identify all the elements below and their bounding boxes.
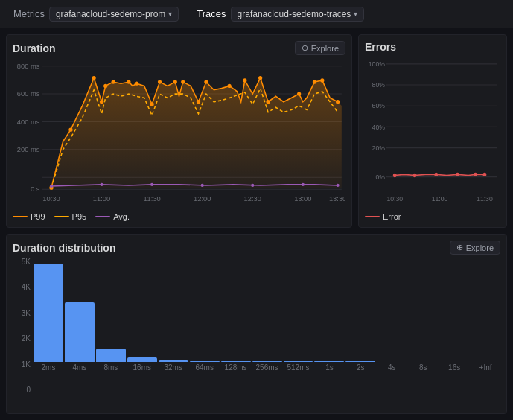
svg-point-30 [181,80,185,83]
bar-4ms [65,302,95,362]
x-label-512ms: 512ms [284,363,313,372]
bar-col-1s [314,361,344,362]
bar-col-16ms [127,357,157,362]
svg-text:60%: 60% [372,102,385,110]
legend-p99-label: P99 [31,212,45,221]
duration-explore-button[interactable]: ⊕ Explore [295,41,345,55]
legend-p95-label: P95 [72,212,87,221]
x-label-2s: 2s [345,363,375,372]
y-label-4k: 4K [22,283,31,291]
distribution-panel-header: Duration distribution ⊕ Explore [13,241,500,255]
top-row: Duration ⊕ Explore 800 ms 600 [6,34,507,228]
svg-text:13:00: 13:00 [294,194,311,203]
p95-line-icon [54,216,69,217]
x-label-4ms: 4ms [65,363,95,372]
svg-point-63 [393,174,397,177]
x-label-2ms: 2ms [34,363,63,372]
bar-32ms [159,360,188,362]
svg-text:12:00: 12:00 [194,194,211,203]
distribution-explore-button[interactable]: ⊕ Explore [450,241,500,255]
bar-col-512ms [284,361,313,362]
traces-datasource[interactable]: grafanacloud-sedemo-traces ▾ [231,7,365,22]
svg-point-64 [413,174,417,177]
svg-text:0 s: 0 s [31,185,40,193]
bar-col-4ms [65,302,95,362]
svg-text:11:30: 11:30 [143,194,160,203]
svg-point-67 [474,173,477,176]
x-label-4s: 4s [377,363,407,372]
y-label-1k: 1K [22,360,31,369]
svg-point-22 [100,100,103,104]
svg-point-29 [173,80,177,83]
bar-col-32ms [159,360,188,362]
bar-2s [345,361,375,362]
svg-text:400 ms: 400 ms [17,118,40,126]
x-label-32ms: 32ms [159,363,188,372]
errors-panel: Errors 100% 80% 60% 40% 20% [358,34,507,228]
svg-point-47 [337,184,340,187]
svg-point-24 [112,80,115,83]
duration-chart-svg: 800 ms 600 ms 400 ms 200 ms 0 s 10:30 11… [13,58,345,209]
svg-text:800 ms: 800 ms [17,62,40,70]
errors-panel-title: Errors [365,41,396,53]
legend-avg: Avg. [95,212,130,221]
duration-panel: Duration ⊕ Explore 800 ms 600 [6,34,352,228]
metrics-datasource[interactable]: grafanacloud-sedemo-prom ▾ [49,7,179,22]
errors-chart-area: 100% 80% 60% 40% 20% 0% 10:30 11:00 11:3… [365,56,500,209]
y-label-3k: 3K [22,309,31,317]
svg-point-38 [313,80,316,83]
distribution-panel: Duration distribution ⊕ Explore 5K 4K 3K… [6,234,507,414]
svg-point-41 [50,185,53,188]
bar-1s [314,361,344,362]
y-label-2k: 2K [22,334,31,343]
svg-text:13:30: 13:30 [329,194,345,203]
distribution-x-axis: 2ms4ms8ms16ms32ms64ms128ms256ms512ms1s2s… [34,363,500,372]
svg-text:11:00: 11:00 [93,194,110,203]
svg-point-46 [302,183,305,186]
svg-point-36 [266,100,270,104]
bar-col-128ms [221,361,251,362]
svg-point-45 [251,184,254,187]
traces-chevron-icon: ▾ [354,10,357,18]
x-label-256ms: 256ms [252,363,282,372]
bar-2ms [34,264,63,362]
svg-point-40 [336,100,340,104]
compass-icon-dist: ⊕ [456,243,463,252]
svg-point-31 [197,100,200,104]
bar-256ms [252,361,282,362]
svg-point-20 [68,127,72,131]
svg-text:80%: 80% [372,81,385,89]
svg-point-28 [158,80,162,83]
tab-metrics[interactable]: Metrics grafanacloud-sedemo-prom ▾ [6,4,186,25]
tab-traces[interactable]: Traces grafanacloud-sedemo-traces ▾ [189,4,372,25]
duration-legend: P99 P95 Avg. [13,212,345,221]
metrics-tab-label: Metrics [13,8,45,19]
svg-text:10:30: 10:30 [386,195,403,203]
header-bar: Metrics grafanacloud-sedemo-prom ▾ Trace… [0,0,513,28]
x-label-8ms: 8ms [96,363,126,372]
svg-text:11:00: 11:00 [432,195,448,203]
svg-point-65 [434,173,438,176]
svg-text:10:30: 10:30 [42,194,60,203]
bar-col-64ms [190,361,220,362]
svg-point-68 [483,173,487,176]
svg-point-32 [204,80,208,83]
svg-point-34 [243,78,246,82]
svg-point-43 [150,183,153,186]
svg-point-26 [135,82,138,86]
bar-col-256ms [252,361,282,362]
x-label-128ms: 128ms [221,363,251,372]
svg-point-37 [297,92,301,95]
svg-text:12:30: 12:30 [244,194,261,203]
bar-col-8ms [96,349,126,362]
compass-icon: ⊕ [302,43,308,53]
legend-p95: P95 [54,212,87,221]
legend-p99: P99 [13,212,45,221]
error-line-icon [365,216,380,217]
svg-text:600 ms: 600 ms [17,89,40,98]
errors-chart-svg: 100% 80% 60% 40% 20% 0% 10:30 11:00 11:3… [365,56,500,209]
bar-64ms [190,361,220,362]
svg-point-39 [320,78,324,82]
x-label-8s: 8s [408,363,438,372]
svg-text:200 ms: 200 ms [17,145,40,153]
